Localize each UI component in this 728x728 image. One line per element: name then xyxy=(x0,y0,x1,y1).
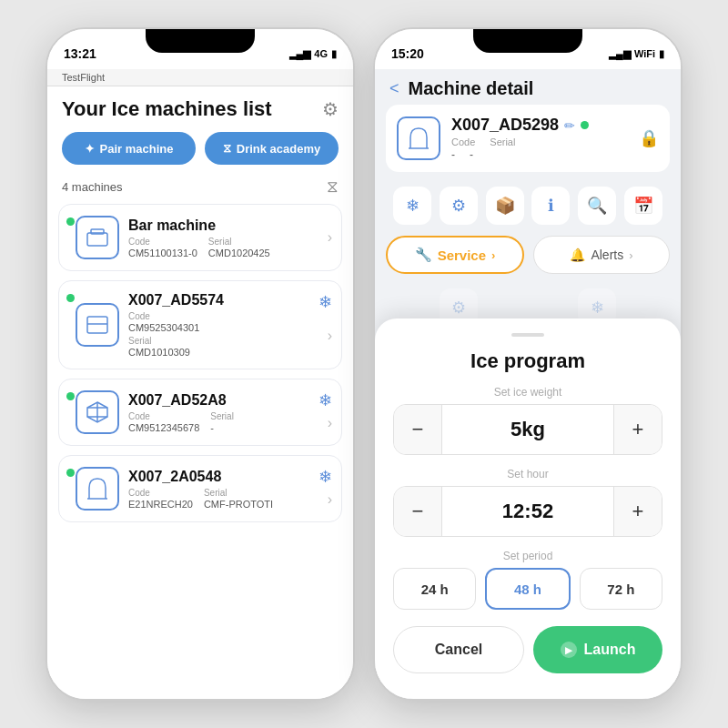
bottom-sheet: Ice program Set ice weight − 5kg + Set h… xyxy=(375,318,681,699)
play-icon: ▶ xyxy=(561,642,577,658)
list-item[interactable]: X007_AD52A8 Code CM9512345678 Serial - ❄… xyxy=(58,379,342,446)
period-selector: 24 h 48 h 72 h xyxy=(393,568,662,610)
online-dot xyxy=(66,217,75,226)
machine-info: X007_AD52A8 Code CM9512345678 Serial - xyxy=(128,392,315,433)
hour-increase-button[interactable]: + xyxy=(614,487,662,536)
back-button[interactable]: < xyxy=(389,79,399,98)
svg-rect-0 xyxy=(87,233,107,246)
battery-icon: ▮ xyxy=(659,48,664,60)
machine-codes: Code CM9512345678 Serial - xyxy=(128,411,315,433)
notch xyxy=(146,29,255,53)
pair-machine-button[interactable]: ✦ Pair machine xyxy=(62,132,196,165)
signal-icon: ▂▄▆ xyxy=(289,48,311,60)
machine-icon xyxy=(76,467,119,511)
detail-page-title: Machine detail xyxy=(409,78,534,99)
machine-codes: Code E21NRECH20 Serial CMF-PROTOTI xyxy=(128,488,315,510)
status-icons-right: ▂▄▆ WiFi ▮ xyxy=(609,48,664,60)
weight-decrease-button[interactable]: − xyxy=(394,405,441,454)
machine-icon xyxy=(76,216,119,259)
machine-detail-icon xyxy=(397,116,440,160)
sheet-handle xyxy=(511,333,544,337)
machine-detail-info: X007_AD5298 ✏ Code Serial - - xyxy=(451,116,628,161)
signal-icon: ▂▄▆ xyxy=(609,48,631,60)
notch xyxy=(473,29,582,53)
machine-name: X007_AD52A8 xyxy=(128,392,315,409)
alerts-button[interactable]: 🔔 Alerts › xyxy=(533,236,670,274)
calendar-feature-icon[interactable]: 📅 xyxy=(624,187,662,225)
lock-icon[interactable]: 🔒 xyxy=(639,128,659,148)
settings-icon[interactable]: ⚙ xyxy=(322,98,339,120)
right-screen: < Machine detail X007_AD5298 ✏ Code Ser xyxy=(375,69,681,699)
svg-rect-2 xyxy=(87,317,107,333)
hour-decrease-button[interactable]: − xyxy=(394,487,441,536)
detail-values: - - xyxy=(451,148,628,161)
detail-header-bar: < Machine detail xyxy=(375,69,681,105)
sheet-title: Ice program xyxy=(393,349,662,373)
code-col: Code E21NRECH20 xyxy=(128,488,193,510)
machine-codes: Code CM51100131-0 Serial CMD1020425 xyxy=(128,237,315,258)
filter-sort-icon[interactable]: ⧖ xyxy=(327,177,339,197)
serial-col: Serial CMD1010309 xyxy=(128,336,190,358)
svg-rect-1 xyxy=(91,229,104,234)
arch-machine-icon xyxy=(84,475,111,502)
weight-label: Set ice weight xyxy=(393,386,662,399)
machine-icon xyxy=(76,303,119,347)
box-feature-icon[interactable]: 📦 xyxy=(486,187,524,225)
machine-info: X007_2A0548 Code E21NRECH20 Serial CMF-P… xyxy=(128,469,315,510)
settings-feature-icon[interactable]: ⚙ xyxy=(440,187,478,225)
launch-button[interactable]: ▶ Launch xyxy=(533,626,662,673)
weight-stepper: − 5kg + xyxy=(393,404,662,455)
machine-serial-row: Serial CMD1010309 xyxy=(128,336,315,358)
code-col: Code CM51100131-0 xyxy=(128,237,197,258)
battery-icon: ▮ xyxy=(331,48,337,60)
online-dot xyxy=(66,294,75,302)
bar-machine-icon xyxy=(84,224,111,251)
service-button[interactable]: 🔧 Service › xyxy=(386,236,524,274)
square-machine-icon xyxy=(84,311,111,339)
cancel-button[interactable]: Cancel xyxy=(393,626,524,673)
wifi-icon: WiFi xyxy=(634,48,655,59)
network-label: 4G xyxy=(314,48,328,59)
machine-list: Bar machine Code CM51100131-0 Serial CMD… xyxy=(47,204,353,699)
period-24h-button[interactable]: 24 h xyxy=(393,568,476,610)
list-item[interactable]: X007_AD5574 Code CM9525304301 Serial CMD… xyxy=(58,280,342,369)
drink-academy-button[interactable]: ⧖ Drink academy xyxy=(205,132,339,165)
sheet-actions: Cancel ▶ Launch xyxy=(393,626,662,673)
serial-value: - xyxy=(470,148,473,161)
code-col: Code CM9512345678 xyxy=(128,411,199,433)
left-phone: 13:21 ▂▄▆ 4G ▮ TestFlight Your Ice machi… xyxy=(46,27,355,701)
chevron-right-alerts: › xyxy=(629,248,632,262)
right-phone: 15:20 ▂▄▆ WiFi ▮ < Machine detail X007_A… xyxy=(373,27,682,701)
arch-machine-icon-detail xyxy=(405,125,432,152)
feature-icons: ❄ ⚙ 📦 ℹ 🔍 📅 xyxy=(375,179,681,232)
search-feature-icon[interactable]: 🔍 xyxy=(578,187,616,225)
snowflake-feature-icon[interactable]: ❄ xyxy=(393,187,431,225)
chevron-right-icon: › xyxy=(328,229,332,246)
chevron-right-icon: › xyxy=(328,491,332,508)
machine-name: X007_AD5574 xyxy=(128,292,315,308)
status-icons-left: ▂▄▆ 4G ▮ xyxy=(289,48,337,60)
edit-icon[interactable]: ✏ xyxy=(564,118,575,133)
machine-name: X007_2A0548 xyxy=(128,469,315,485)
list-item[interactable]: Bar machine Code CM51100131-0 Serial CMD… xyxy=(58,204,342,271)
testflight-bar: TestFlight xyxy=(47,69,353,86)
machine-detail-name: X007_AD5298 xyxy=(451,116,559,135)
machine-codes: Code CM9525304301 xyxy=(128,311,315,333)
machine-icon xyxy=(76,390,119,434)
list-item[interactable]: X007_2A0548 Code E21NRECH20 Serial CMF-P… xyxy=(58,455,342,522)
weight-increase-button[interactable]: + xyxy=(614,405,662,454)
snowflake-icon: ❄ xyxy=(318,467,332,487)
period-72h-button[interactable]: 72 h xyxy=(580,568,662,610)
bluetooth-icon: ✦ xyxy=(85,142,95,156)
page-title: Your Ice machines list xyxy=(62,97,272,121)
cube-machine-icon xyxy=(84,399,111,426)
name-row: X007_AD5298 ✏ xyxy=(451,116,628,135)
online-dot xyxy=(66,392,75,400)
wrench-icon: 🔧 xyxy=(415,247,432,263)
hour-value: 12:52 xyxy=(441,487,614,536)
online-dot xyxy=(66,469,75,477)
serial-col: Serial - xyxy=(210,411,234,433)
left-header: Your Ice machines list ⚙ xyxy=(47,86,353,128)
period-48h-button[interactable]: 48 h xyxy=(485,568,570,610)
info-feature-icon[interactable]: ℹ xyxy=(531,187,570,225)
